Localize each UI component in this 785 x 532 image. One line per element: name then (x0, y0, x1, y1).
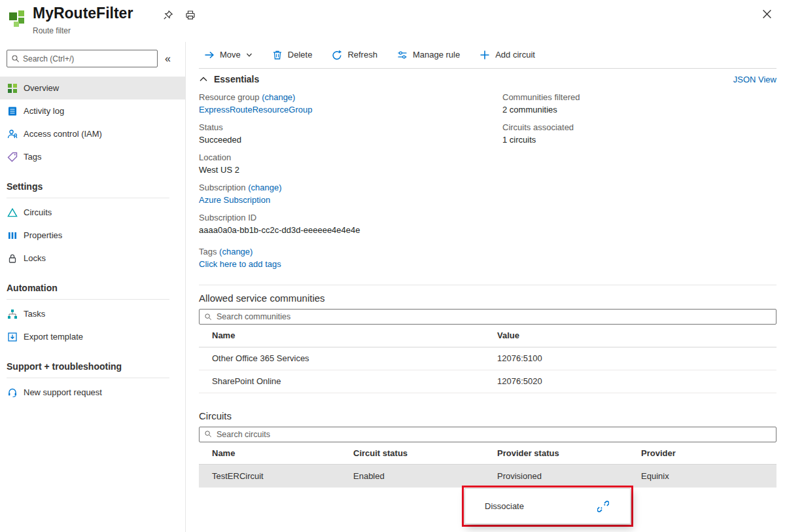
manage-rule-button[interactable]: Manage rule (397, 50, 460, 60)
communities-table: Name Value Other Office 365 Services 120… (199, 325, 776, 393)
context-menu: Dissociate (464, 488, 631, 524)
provider: Equinix (628, 465, 776, 488)
essentials-left-column: Resource group (change) ExpressRouteReso… (199, 91, 502, 275)
search-icon (204, 313, 213, 321)
search-icon (11, 54, 20, 63)
collapse-menu-button[interactable]: « (161, 53, 175, 65)
resource-menu: « Overview Activity l (0, 42, 186, 532)
page-title: MyRouteFilter (33, 5, 133, 22)
community-value: 12076:5020 (484, 370, 776, 393)
print-icon[interactable] (184, 9, 197, 22)
resource-menu-items: Overview Activity log (0, 77, 185, 404)
communities-search-input[interactable] (213, 312, 776, 321)
communities-section: Allowed service communities Name Value (199, 291, 776, 393)
column-header-circuit-status: Circuit status (340, 442, 484, 465)
page-subtitle: Route filter (33, 26, 71, 35)
chevron-up-icon (199, 75, 208, 83)
circuits-searchbox (199, 427, 776, 442)
command-bar: Move Delete Refresh (199, 42, 776, 69)
resource-group-link[interactable]: ExpressRouteResourceGroup (199, 103, 502, 116)
field-resource-group: Resource group (change) ExpressRouteReso… (199, 91, 502, 116)
sidebar-item-overview[interactable]: Overview (0, 77, 185, 99)
communities-header-row: Name Value (199, 325, 776, 347)
sidebar-item-locks[interactable]: Locks (0, 247, 185, 270)
field-tags: Tags (change) Click here to add tags (199, 245, 502, 270)
sidebar-section-support: Support + troubleshooting (7, 356, 169, 378)
sidebar-section-automation: Automation (7, 277, 169, 300)
tags-change-link[interactable]: (change) (219, 247, 253, 257)
add-tags-link[interactable]: Click here to add tags (199, 258, 502, 270)
add-circuit-button[interactable]: Add circuit (480, 50, 535, 60)
location-value: West US 2 (199, 164, 502, 176)
provider-status: Provisioned (484, 465, 628, 488)
tasks-icon (7, 309, 18, 319)
refresh-icon (332, 50, 342, 60)
sidebar-item-new-support-request[interactable]: New support request (0, 381, 185, 404)
circuit-name: TestERCircuit (199, 465, 340, 488)
azure-portal-blade: MyRouteFilter Route filter (0, 0, 785, 532)
essentials-toggle[interactable]: Essentials (199, 74, 259, 84)
pin-icon[interactable] (162, 9, 175, 22)
sidebar-item-tags[interactable]: Tags (0, 145, 185, 168)
move-button[interactable]: Move (204, 50, 253, 60)
menu-item-dissociate[interactable]: Dissociate (465, 489, 630, 523)
sidebar-item-export-template[interactable]: Export template (0, 325, 185, 348)
close-icon[interactable] (761, 8, 773, 20)
essentials-right-column: Communities filtered 2 communities Circu… (502, 91, 776, 275)
sidebar-search-row: « (0, 42, 185, 71)
community-name: Other Office 365 Services (199, 347, 484, 370)
column-header-provider: Provider (628, 442, 776, 465)
circuits-search-input[interactable] (213, 430, 776, 439)
communities-searchbox (199, 309, 776, 325)
resource-group-change-link[interactable]: (change) (262, 92, 295, 102)
locks-icon (7, 253, 18, 264)
essentials-divider (199, 285, 776, 285)
blade-content: Move Delete Refresh (186, 42, 785, 532)
overview-icon (7, 83, 18, 94)
circuits-section-title: Circuits (199, 409, 776, 423)
sidebar-searchbox (7, 50, 158, 67)
plus-icon (480, 50, 490, 60)
subscription-link[interactable]: Azure Subscription (199, 194, 502, 206)
sidebar-item-activity-log[interactable]: Activity log (0, 99, 185, 122)
column-header-name: Name (199, 325, 484, 347)
delete-button[interactable]: Delete (272, 50, 313, 60)
delete-icon (272, 50, 283, 60)
move-icon (204, 50, 215, 60)
support-request-icon (7, 387, 18, 398)
search-icon (204, 430, 213, 438)
circuits-header-row: Name Circuit status Provider status Prov… (199, 442, 776, 465)
column-header-provider-status: Provider status (484, 442, 628, 465)
field-communities-filtered: Communities filtered 2 communities (502, 91, 776, 116)
export-template-icon (7, 332, 18, 342)
circuit-row-selected[interactable]: TestERCircuit Enabled Provisioned Equini… (199, 465, 776, 488)
sidebar-item-circuits[interactable]: Circuits (0, 201, 185, 224)
sidebar-search-input[interactable] (20, 54, 157, 63)
chevron-down-icon (246, 52, 253, 58)
essentials-grid: Resource group (change) ExpressRouteReso… (199, 91, 776, 275)
refresh-button[interactable]: Refresh (332, 50, 377, 60)
field-status: Status Succeeded (199, 121, 502, 146)
subscription-change-link[interactable]: (change) (248, 183, 281, 192)
essentials-header: Essentials JSON View (199, 69, 776, 86)
sidebar-item-properties[interactable]: Properties (0, 224, 185, 247)
circuits-table: Name Circuit status Provider status Prov… (199, 442, 776, 488)
annotation-highlight: Dissociate (462, 486, 633, 527)
json-view-link[interactable]: JSON View (733, 75, 776, 84)
column-header-value: Value (484, 325, 776, 347)
status-value: Succeeded (199, 133, 502, 146)
subscription-id-value: aaaa0a0a-bb1b-cc2c-dd3d-eeeeee4e4e4e (199, 224, 502, 236)
route-filter-icon (8, 9, 27, 28)
communities-filtered-value: 2 communities (502, 103, 776, 116)
blade-header: MyRouteFilter Route filter (0, 0, 785, 42)
sidebar-item-tasks[interactable]: Tasks (0, 302, 185, 325)
manage-rule-icon (397, 50, 408, 60)
circuit-status: Enabled (340, 465, 484, 488)
circuits-associated-value: 1 circuits (502, 133, 776, 146)
field-subscription: Subscription (change) Azure Subscription (199, 181, 502, 206)
table-row: SharePoint Online 12076:5020 (199, 370, 776, 393)
dissociate-icon (597, 501, 609, 512)
sidebar-item-access-control[interactable]: Access control (IAM) (0, 122, 185, 145)
table-row: Other Office 365 Services 12076:5100 (199, 347, 776, 370)
community-value: 12076:5100 (484, 347, 776, 370)
